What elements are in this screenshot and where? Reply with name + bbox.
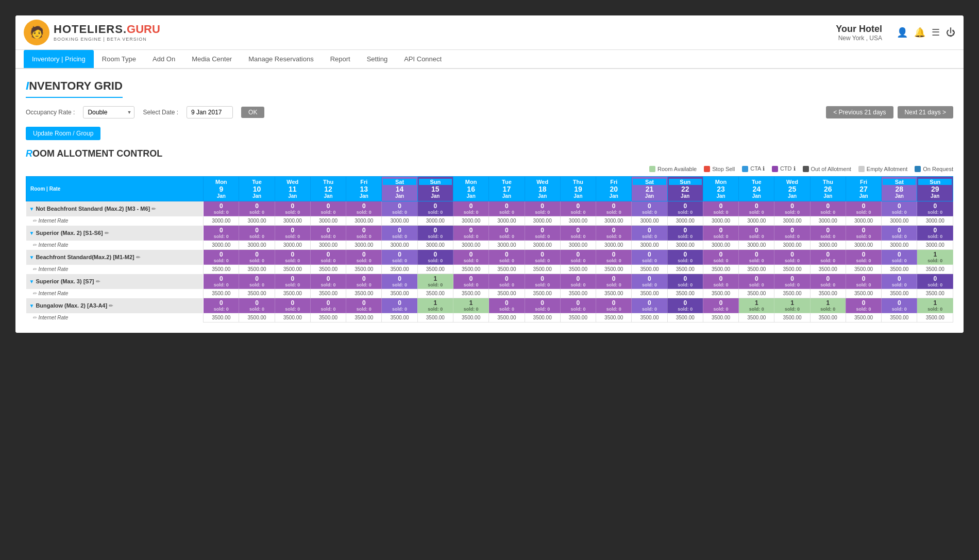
rate-value-cell[interactable]: 3500.00 xyxy=(310,313,346,323)
allotment-cell[interactable]: 0sold: 0 xyxy=(239,226,275,241)
allotment-cell[interactable]: 0sold: 0 xyxy=(846,274,881,289)
rate-value-cell[interactable]: 3000.00 xyxy=(703,241,738,250)
rate-value-cell[interactable]: 3500.00 xyxy=(774,313,810,323)
allotment-cell[interactable]: 1sold: 0 xyxy=(917,298,953,313)
rate-value-cell[interactable]: 3500.00 xyxy=(346,265,382,274)
rate-value-cell[interactable]: 3000.00 xyxy=(917,241,953,250)
rate-value-cell[interactable]: 3500.00 xyxy=(417,313,453,323)
allotment-cell[interactable]: 0sold: 0 xyxy=(275,250,310,265)
allotment-cell[interactable]: 0sold: 0 xyxy=(774,274,810,289)
rate-value-cell[interactable]: 3500.00 xyxy=(453,289,489,298)
rate-value-cell[interactable]: 3000.00 xyxy=(810,241,846,250)
nav-item-setting[interactable]: Setting xyxy=(359,50,396,68)
rate-value-cell[interactable]: 3000.00 xyxy=(917,216,953,226)
edit-icon[interactable]: ✏ xyxy=(151,206,156,212)
rate-value-cell[interactable]: 3500.00 xyxy=(596,265,632,274)
allotment-cell[interactable]: 0sold: 0 xyxy=(703,201,738,216)
allotment-cell[interactable]: 0sold: 0 xyxy=(560,201,596,216)
rate-value-cell[interactable]: 3000.00 xyxy=(703,216,738,226)
rate-value-cell[interactable]: 3000.00 xyxy=(417,241,453,250)
rate-value-cell[interactable]: 3000.00 xyxy=(275,241,310,250)
rate-value-cell[interactable]: 3500.00 xyxy=(810,289,846,298)
rate-value-cell[interactable]: 3000.00 xyxy=(417,216,453,226)
ok-button[interactable]: OK xyxy=(241,107,264,118)
allotment-cell[interactable]: 0sold: 0 xyxy=(204,274,239,289)
rate-value-cell[interactable]: 3500.00 xyxy=(739,313,774,323)
allotment-cell[interactable]: 0sold: 0 xyxy=(489,226,525,241)
allotment-cell[interactable]: 0sold: 0 xyxy=(525,298,560,313)
allotment-cell[interactable]: 0sold: 0 xyxy=(382,274,417,289)
allotment-cell[interactable]: 0sold: 0 xyxy=(453,250,489,265)
allotment-cell[interactable]: 0sold: 0 xyxy=(774,226,810,241)
rate-value-cell[interactable]: 3500.00 xyxy=(453,265,489,274)
allotment-cell[interactable]: 0sold: 0 xyxy=(632,201,667,216)
rate-value-cell[interactable]: 3000.00 xyxy=(774,241,810,250)
rate-value-cell[interactable]: 3000.00 xyxy=(275,216,310,226)
allotment-cell[interactable]: 0sold: 0 xyxy=(275,274,310,289)
allotment-cell[interactable]: 0sold: 0 xyxy=(382,250,417,265)
allotment-cell[interactable]: 0sold: 0 xyxy=(596,250,632,265)
rate-value-cell[interactable]: 3000.00 xyxy=(632,216,667,226)
allotment-cell[interactable]: 0sold: 0 xyxy=(346,201,382,216)
allotment-cell[interactable]: 0sold: 0 xyxy=(917,274,953,289)
edit-rate-icon[interactable]: ✏ xyxy=(32,266,37,272)
rate-value-cell[interactable]: 3000.00 xyxy=(453,241,489,250)
allotment-cell[interactable]: 0sold: 0 xyxy=(382,298,417,313)
allotment-cell[interactable]: 0sold: 0 xyxy=(560,226,596,241)
allotment-cell[interactable]: 0sold: 0 xyxy=(382,226,417,241)
rate-value-cell[interactable]: 3000.00 xyxy=(739,241,774,250)
allotment-cell[interactable]: 1sold: 0 xyxy=(739,298,774,313)
rate-value-cell[interactable]: 3500.00 xyxy=(917,265,953,274)
rate-value-cell[interactable]: 3500.00 xyxy=(239,289,275,298)
edit-icon[interactable]: ✏ xyxy=(96,279,100,284)
rate-value-cell[interactable]: 3500.00 xyxy=(417,289,453,298)
allotment-cell[interactable]: 0sold: 0 xyxy=(204,298,239,313)
rate-value-cell[interactable]: 3500.00 xyxy=(310,289,346,298)
edit-rate-icon[interactable]: ✏ xyxy=(32,315,37,320)
allotment-cell[interactable]: 0sold: 0 xyxy=(346,274,382,289)
rate-value-cell[interactable]: 3500.00 xyxy=(417,265,453,274)
allotment-cell[interactable]: 0sold: 0 xyxy=(810,274,846,289)
allotment-cell[interactable]: 0sold: 0 xyxy=(846,201,881,216)
rate-value-cell[interactable]: 3000.00 xyxy=(596,216,632,226)
rate-value-cell[interactable]: 3000.00 xyxy=(310,216,346,226)
allotment-cell[interactable]: 0sold: 0 xyxy=(417,201,453,216)
rate-value-cell[interactable]: 3500.00 xyxy=(882,289,917,298)
rate-value-cell[interactable]: 3000.00 xyxy=(453,216,489,226)
nav-item-report[interactable]: Report xyxy=(322,50,359,68)
allotment-cell[interactable]: 0sold: 0 xyxy=(560,298,596,313)
rate-value-cell[interactable]: 3000.00 xyxy=(846,216,881,226)
allotment-cell[interactable]: 0sold: 0 xyxy=(774,201,810,216)
rate-value-cell[interactable]: 3500.00 xyxy=(632,313,667,323)
date-input[interactable] xyxy=(187,106,233,118)
allotment-cell[interactable]: 0sold: 0 xyxy=(810,201,846,216)
rate-value-cell[interactable]: 3500.00 xyxy=(204,289,239,298)
rate-value-cell[interactable]: 3500.00 xyxy=(882,313,917,323)
allotment-cell[interactable]: 0sold: 0 xyxy=(560,250,596,265)
allotment-cell[interactable]: 0sold: 0 xyxy=(739,250,774,265)
allotment-cell[interactable]: 0sold: 0 xyxy=(703,298,738,313)
allotment-cell[interactable]: 0sold: 0 xyxy=(489,250,525,265)
rate-value-cell[interactable]: 3500.00 xyxy=(489,313,525,323)
allotment-cell[interactable]: 0sold: 0 xyxy=(632,250,667,265)
rate-value-cell[interactable]: 3500.00 xyxy=(917,313,953,323)
rate-value-cell[interactable]: 3000.00 xyxy=(667,241,703,250)
allotment-cell[interactable]: 0sold: 0 xyxy=(774,250,810,265)
allotment-cell[interactable]: 0sold: 0 xyxy=(596,226,632,241)
rate-value-cell[interactable]: 3500.00 xyxy=(846,313,881,323)
allotment-cell[interactable]: 0sold: 0 xyxy=(310,201,346,216)
rate-value-cell[interactable]: 3500.00 xyxy=(882,265,917,274)
nav-item-inventory[interactable]: Inventory | Pricing xyxy=(24,50,94,68)
edit-rate-icon[interactable]: ✏ xyxy=(32,242,37,248)
allotment-cell[interactable]: 0sold: 0 xyxy=(489,298,525,313)
rate-value-cell[interactable]: 3500.00 xyxy=(275,313,310,323)
allotment-cell[interactable]: 0sold: 0 xyxy=(525,226,560,241)
rate-value-cell[interactable]: 3500.00 xyxy=(560,289,596,298)
rate-value-cell[interactable]: 3500.00 xyxy=(632,289,667,298)
rate-value-cell[interactable]: 3500.00 xyxy=(525,313,560,323)
allotment-cell[interactable]: 0sold: 0 xyxy=(382,201,417,216)
allotment-cell[interactable]: 0sold: 0 xyxy=(417,250,453,265)
edit-rate-icon[interactable]: ✏ xyxy=(32,218,37,224)
edit-icon[interactable]: ✏ xyxy=(109,303,113,309)
allotment-cell[interactable]: 0sold: 0 xyxy=(596,274,632,289)
